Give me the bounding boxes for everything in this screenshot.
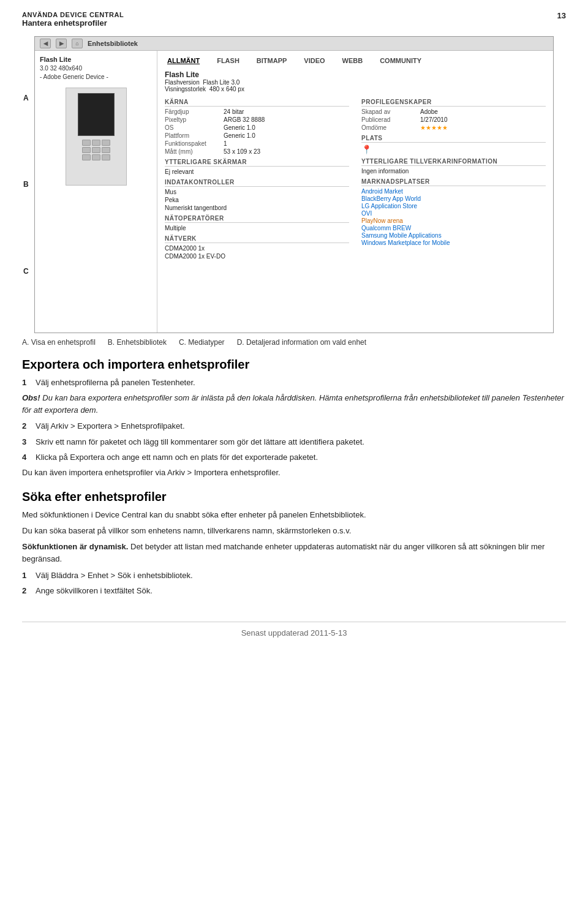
- market-qualcomm[interactable]: Qualcomm BREW: [361, 225, 546, 231]
- value-plattform: Generic 1.0: [224, 132, 255, 139]
- karna-header: KÄRNA: [165, 99, 349, 107]
- key-4: [82, 147, 91, 153]
- step-num-2: 2: [22, 420, 31, 432]
- market-lg[interactable]: LG Application Store: [361, 203, 546, 209]
- export-step-1: 1 Välj enhetsprofilerna på panelen Teste…: [22, 377, 566, 389]
- value-skapad: Adobe: [420, 108, 438, 115]
- natoperatorer-header: NÄTOPERATÖRER: [165, 215, 349, 223]
- flash-info-row: Flash Lite Flashversion Flash Lite 3.0 V…: [165, 70, 546, 92]
- label-pixeltyp: Pixeltyp: [165, 116, 220, 123]
- detail-row-mus: Mus: [165, 189, 349, 195]
- step-num-4: 4: [22, 451, 31, 464]
- label-plattform: Plattform: [165, 132, 220, 139]
- label-publicerad: Publicerad: [361, 116, 417, 123]
- tab-video[interactable]: VIDEO: [301, 56, 327, 66]
- step-num-3: 3: [22, 436, 31, 448]
- stars-icon: ★★★★★: [420, 124, 448, 131]
- market-samsung[interactable]: Samsung Mobile Applications: [361, 232, 546, 239]
- profilegenskaper-header: PROFILEGENSKAPER: [361, 99, 546, 107]
- value-peka: Peka: [165, 197, 179, 203]
- device-info-line1: 3.0 32 480x640: [40, 64, 152, 73]
- key-2: [92, 140, 100, 146]
- obs-label: Obs!: [22, 393, 40, 402]
- key-6: [102, 147, 110, 153]
- tab-bitmapp[interactable]: BITMAPP: [254, 56, 290, 66]
- screenshot-inner: ◀ ▶ ⌂ Enhetsbibliotek Flash Lite 3.0 32 …: [35, 37, 553, 333]
- plats-header: PLATS: [361, 135, 546, 143]
- key-8: [92, 154, 100, 160]
- device-image: [66, 88, 127, 186]
- page-title-main: ANVÄNDA DEVICE CENTRAL: [22, 11, 124, 18]
- detail-row-matt: Mått (mm) 53 x 109 x 23: [165, 148, 349, 155]
- value-cdma1: CDMA2000 1x: [165, 245, 205, 252]
- market-blackberry[interactable]: BlackBerry App World: [361, 195, 546, 202]
- search-step-text-1: Välj Bläddra > Enhet > Sök i enhetsbibli…: [36, 570, 193, 582]
- flash-version-value: Flash Lite 3.0: [203, 79, 239, 86]
- tab-allmant[interactable]: ALLMÄNT: [165, 56, 202, 66]
- nav-back-button[interactable]: ◀: [40, 39, 51, 48]
- location-icon: 📍: [361, 145, 372, 154]
- detail-row-publicerad: Publicerad 1/27/2010: [361, 116, 546, 123]
- market-windows[interactable]: Windows Marketplace for Mobile: [361, 239, 546, 246]
- step-text-1: Välj enhetsprofilerna på panelen Testenh…: [36, 377, 195, 389]
- label-c: C: [23, 267, 29, 276]
- value-funktionspaket: 1: [224, 140, 227, 147]
- screenshot-container: ◀ ▶ ⌂ Enhetsbibliotek Flash Lite 3.0 32 …: [34, 36, 554, 333]
- key-5: [92, 147, 100, 153]
- content-area: Flash Lite 3.0 32 480x640 - Adobe Generi…: [35, 51, 553, 333]
- value-os: Generic 1.0: [224, 124, 255, 131]
- page-footer: Senast uppdaterad 2011-5-13: [22, 622, 566, 638]
- phone-screen: [78, 93, 115, 136]
- nav-forward-button[interactable]: ▶: [56, 39, 67, 48]
- natverk-header: NÄTVERK: [165, 235, 349, 243]
- device-info-line2: - Adobe Generic Device -: [40, 73, 152, 81]
- screenshot-wrapper: A B C ◀ ▶ ⌂ Enhetsbibliotek Flash Lite 3…: [34, 36, 554, 333]
- detail-row-fargdjup: Färgdjup 24 bitar: [165, 108, 349, 115]
- label-os: OS: [165, 124, 220, 131]
- detail-row-tangentbord: Numeriskt tangentbord: [165, 205, 349, 211]
- side-labels: A B C: [23, 36, 29, 333]
- detail-tabs: ALLMÄNT FLASH BITMAPP VIDEO WEBB COMMUNI…: [165, 56, 546, 66]
- detail-row-omdome: Omdöme ★★★★★: [361, 124, 546, 131]
- app-titlebar: ◀ ▶ ⌂ Enhetsbibliotek: [35, 37, 553, 51]
- flash-size-value: 480 x 640 px: [209, 86, 244, 92]
- detail-row-plats: 📍: [361, 145, 546, 154]
- phone-keypad: [82, 140, 110, 160]
- value-tillverkar: Ingen information: [361, 168, 409, 175]
- value-skarmar: Ej relevant: [165, 168, 194, 175]
- caption-a: A. Visa en enhetsprofil: [22, 338, 96, 347]
- label-skapad: Skapad av: [361, 108, 417, 115]
- indatakontroller-header: INDATAKONTROLLER: [165, 179, 349, 187]
- flash-title: Flash Lite: [165, 70, 199, 79]
- flash-version-label: Flashversion: [165, 79, 200, 86]
- market-ovi[interactable]: OVI: [361, 210, 546, 217]
- detail-row-cdma2: CDMA2000 1x EV-DO: [165, 253, 349, 260]
- search-step-1: 1 Välj Bläddra > Enhet > Sök i enhetsbib…: [22, 570, 566, 582]
- tab-community[interactable]: COMMUNITY: [377, 56, 424, 66]
- device-name: Flash Lite: [40, 56, 152, 63]
- value-cdma2: CDMA2000 1x EV-DO: [165, 253, 225, 260]
- value-tangentbord: Numeriskt tangentbord: [165, 205, 227, 211]
- page-number: 13: [557, 11, 566, 20]
- search-title: Söka efter enhetsprofiler: [22, 490, 566, 504]
- value-mus: Mus: [165, 189, 176, 195]
- footer-text: Senast uppdaterad 2011-5-13: [241, 628, 347, 638]
- page-header: ANVÄNDA DEVICE CENTRAL Hantera enhetspro…: [22, 11, 566, 28]
- search-step-2: 2 Ange sökvillkoren i textfältet Sök.: [22, 585, 566, 597]
- detail-row-funktionspaket: Funktionspaket 1: [165, 140, 349, 147]
- market-android[interactable]: Android Market: [361, 188, 546, 195]
- caption-c: C. Mediatyper: [179, 338, 225, 347]
- search-intro: Med sökfunktionen i Device Central kan d…: [22, 509, 566, 521]
- market-playnow[interactable]: PlayNow arena: [361, 217, 546, 224]
- import-text: Du kan även importera enhetsprofiler via…: [22, 467, 566, 479]
- tab-webb[interactable]: WEBB: [340, 56, 366, 66]
- flash-version-block: Flash Lite Flashversion Flash Lite 3.0 V…: [165, 70, 244, 92]
- value-publicerad: 1/27/2010: [420, 116, 448, 123]
- step-num-1: 1: [22, 377, 31, 389]
- export-step-4: 4 Klicka på Exportera och ange ett namn …: [22, 451, 566, 464]
- nav-home-button[interactable]: ⌂: [72, 39, 83, 48]
- dynamic-label: Sökfunktionen är dynamisk.: [22, 542, 128, 551]
- detail-row-plattform: Plattform Generic 1.0: [165, 132, 349, 139]
- left-panel: Flash Lite 3.0 32 480x640 - Adobe Generi…: [35, 51, 157, 333]
- tab-flash[interactable]: FLASH: [214, 56, 242, 66]
